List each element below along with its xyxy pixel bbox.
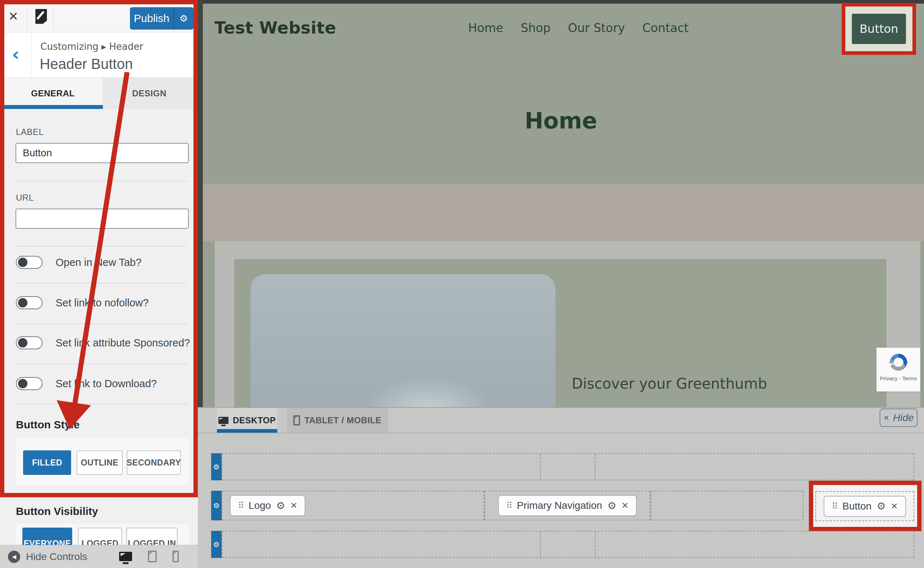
builder-item-button[interactable]: ⠿ Button ⚙ ✕ xyxy=(824,496,906,517)
style-option-secondary-label: SECONDARY xyxy=(127,458,181,468)
drag-handle-icon[interactable]: ⠿ xyxy=(506,500,512,511)
page-heading: Home xyxy=(198,107,924,134)
url-field-caption: URL xyxy=(16,193,34,203)
sponsored-toggle[interactable] xyxy=(16,336,42,349)
style-option-outline[interactable]: OUTLINE xyxy=(77,450,123,475)
collapse-sidebar-button[interactable]: ◀ xyxy=(8,551,20,563)
builder-cell[interactable] xyxy=(222,454,540,480)
row-settings-handle-main[interactable]: ⚙ xyxy=(211,491,222,520)
gear-icon[interactable]: ⚙ xyxy=(607,500,616,512)
remove-icon[interactable]: ✕ xyxy=(622,500,629,511)
site-nav: Home Shop Our Story Contact xyxy=(468,21,689,35)
publish-label: Publish xyxy=(130,12,173,24)
device-preview-switcher xyxy=(119,545,178,568)
remove-icon[interactable]: ✕ xyxy=(290,500,297,511)
builder-tab-tablet-mobile[interactable]: TABLET / MOBILE xyxy=(287,408,388,433)
hide-builder-button[interactable]: ✕ Hide xyxy=(880,408,918,427)
tab-design-label: DESIGN xyxy=(132,88,166,98)
recaptcha-badge[interactable]: Privacy - Terms xyxy=(876,347,920,391)
annotation-box-header-button: Button xyxy=(842,3,916,55)
builder-cell[interactable] xyxy=(540,454,595,480)
url-field-input[interactable] xyxy=(15,208,189,229)
tablet-preview-icon[interactable] xyxy=(148,551,157,562)
builder-tab-desktop-label: DESKTOP xyxy=(233,415,276,426)
builder-cell-left[interactable]: ⠿ Logo ⚙ ✕ xyxy=(222,491,484,520)
style-option-filled[interactable]: FILLED xyxy=(23,450,71,475)
builder-cell[interactable] xyxy=(540,532,595,557)
style-option-outline-label: OUTLINE xyxy=(81,458,118,468)
builder-active-tab-accent xyxy=(217,429,277,433)
builder-item-logo[interactable]: ⠿ Logo ⚙ ✕ xyxy=(230,495,305,516)
label-field-input[interactable] xyxy=(15,143,189,163)
divider xyxy=(15,283,188,284)
toggle-label: Open in New Tab? xyxy=(56,257,142,269)
publish-settings-gear-icon[interactable]: ⚙ xyxy=(174,13,194,24)
close-icon: ✕ xyxy=(883,414,889,422)
download-toggle[interactable] xyxy=(16,377,42,390)
desktop-preview-icon[interactable] xyxy=(119,552,132,561)
panel-title: Header Button xyxy=(40,56,133,72)
hide-builder-label: Hide xyxy=(893,412,914,424)
style-option-secondary[interactable]: SECONDARY xyxy=(127,450,181,475)
divider xyxy=(15,323,188,324)
builder-tab-tablet-label: TABLET / MOBILE xyxy=(304,415,381,426)
tab-design[interactable]: DESIGN xyxy=(103,78,196,109)
preview-top-edge xyxy=(198,0,924,4)
toggle-knob xyxy=(18,338,27,347)
divider xyxy=(15,181,188,181)
drag-handle-icon[interactable]: ⠿ xyxy=(238,500,243,511)
gear-icon: ⚙ xyxy=(213,501,220,510)
close-customizer-button[interactable]: ✕ xyxy=(0,0,27,32)
site-title: Test Website xyxy=(215,18,336,38)
nav-item-our-story[interactable]: Our Story xyxy=(568,21,625,35)
builder-cell-center[interactable]: ⠿ Primary Navigation ⚙ ✕ xyxy=(484,491,650,520)
toggle-knob xyxy=(18,298,27,307)
builder-cell[interactable] xyxy=(222,532,540,557)
builder-row-bottom[interactable] xyxy=(222,531,914,558)
desktop-icon xyxy=(218,417,228,424)
back-button[interactable]: ‹ xyxy=(0,32,32,78)
preview-left-edge xyxy=(198,0,203,407)
hide-controls-label[interactable]: Hide Controls xyxy=(26,551,87,563)
gear-icon: ⚙ xyxy=(213,463,220,471)
tab-general[interactable]: GENERAL xyxy=(3,78,103,109)
open-new-tab-toggle[interactable] xyxy=(16,256,42,269)
builder-cell[interactable] xyxy=(595,454,913,480)
hero-image xyxy=(251,274,555,407)
recaptcha-icon xyxy=(887,351,910,375)
builder-cell-right[interactable]: ⠿ Button ⚙ ✕ xyxy=(815,491,914,521)
toggle-row-nofollow: Set link to nofollow? xyxy=(16,296,149,309)
breadcrumb: Customizing ▸ Header xyxy=(41,41,143,52)
customizer-logo xyxy=(27,0,53,32)
toggle-label: Set link to nofollow? xyxy=(56,297,149,309)
phone-preview-icon[interactable] xyxy=(172,551,178,562)
preview-header-button[interactable]: Button xyxy=(852,14,906,44)
nav-item-contact[interactable]: Contact xyxy=(643,21,689,35)
builder-cell-mid-right[interactable] xyxy=(650,491,803,520)
remove-icon[interactable]: ✕ xyxy=(891,501,898,511)
nav-item-home[interactable]: Home xyxy=(468,21,503,35)
toggle-knob xyxy=(18,379,27,388)
row-settings-handle-bottom[interactable]: ⚙ xyxy=(211,531,222,558)
toggle-label: Set link attribute Sponsored? xyxy=(56,337,190,349)
chevron-left-icon: ‹ xyxy=(12,45,20,63)
gear-icon[interactable]: ⚙ xyxy=(877,500,886,512)
drag-handle-icon[interactable]: ⠿ xyxy=(832,501,837,511)
builder-item-primary-navigation[interactable]: ⠿ Primary Navigation ⚙ ✕ xyxy=(498,495,636,516)
button-visibility-heading: Button Visibility xyxy=(16,505,98,518)
row-settings-handle-top[interactable]: ⚙ xyxy=(211,453,222,480)
nofollow-toggle[interactable] xyxy=(16,296,42,309)
recaptcha-privacy-terms[interactable]: Privacy - Terms xyxy=(880,375,917,381)
button-style-heading: Button Style xyxy=(16,418,80,431)
gear-icon[interactable]: ⚙ xyxy=(276,500,285,512)
divider xyxy=(15,364,188,364)
nav-item-shop[interactable]: Shop xyxy=(520,21,550,35)
label-field-caption: LABEL xyxy=(16,127,44,137)
builder-cell[interactable] xyxy=(595,532,913,557)
builder-item-logo-label: Logo xyxy=(249,500,271,511)
publish-button[interactable]: Publish ⚙ xyxy=(130,7,194,30)
page-band xyxy=(198,184,924,241)
customizer-pen-icon xyxy=(32,8,48,24)
gear-icon: ⚙ xyxy=(213,540,220,549)
builder-row-top[interactable] xyxy=(222,453,914,480)
